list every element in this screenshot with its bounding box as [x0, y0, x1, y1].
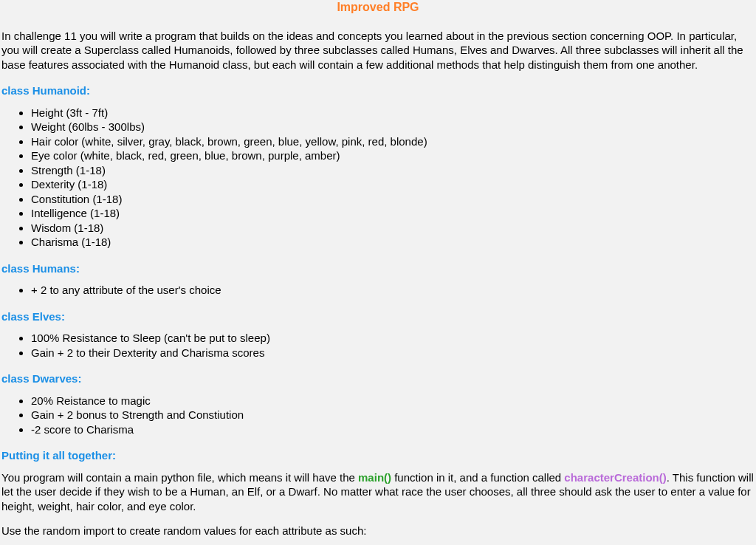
list-item: Wisdom (1-18): [31, 221, 755, 236]
list-elves: 100% Resistance to Sleep (can't be put t…: [1, 331, 755, 360]
list-item: Dexterity (1-18): [31, 177, 755, 192]
together-paragraph-1: You program will contain a main python f…: [1, 470, 755, 514]
text-fragment: You program will contain a main python f…: [1, 471, 358, 484]
list-item: 100% Resistance to Sleep (can't be put t…: [31, 331, 755, 346]
together-paragraph-2: Use the random import to create random v…: [1, 524, 755, 538]
list-item: Intelligence (1-18): [31, 206, 755, 221]
list-item: 20% Reistance to magic: [31, 394, 755, 408]
heading-humans: class Humans:: [1, 261, 755, 276]
text-fragment: function in it, and a function called: [391, 471, 564, 484]
list-item: Hair color (white, silver, gray, black, …: [31, 134, 755, 149]
list-item: Strength (1-18): [31, 163, 755, 178]
list-dwarves: 20% Reistance to magic Gain + 2 bonus to…: [1, 394, 755, 437]
function-character-creation: characterCreation(): [564, 471, 666, 484]
page-title: Improved RPG: [1, 0, 755, 16]
list-item: Eye color (white, black, red, green, blu…: [31, 148, 755, 163]
list-item: -2 score to Charisma: [31, 422, 755, 437]
function-main: main(): [358, 471, 391, 484]
heading-humanoid: class Humanoid:: [1, 83, 755, 98]
list-item: Gain + 2 to their Dexterity and Charisma…: [31, 346, 755, 360]
list-item: Gain + 2 bonus to Strength and Constiuti…: [31, 408, 755, 422]
list-item: Constitution (1-18): [31, 192, 755, 207]
heading-elves: class Elves:: [1, 309, 755, 324]
list-item: Weight (60lbs - 300lbs): [31, 120, 755, 134]
list-humans: + 2 to any attribute of the user's choic…: [1, 283, 755, 298]
list-item: + 2 to any attribute of the user's choic…: [31, 283, 755, 298]
heading-dwarves: class Dwarves:: [1, 371, 755, 386]
intro-paragraph: In challenge 11 you will write a program…: [1, 29, 755, 72]
list-item: Height (3ft - 7ft): [31, 106, 755, 120]
list-item: Charisma (1-18): [31, 235, 755, 250]
list-humanoid: Height (3ft - 7ft) Weight (60lbs - 300lb…: [1, 106, 755, 250]
heading-together: Putting it all together:: [1, 448, 755, 463]
